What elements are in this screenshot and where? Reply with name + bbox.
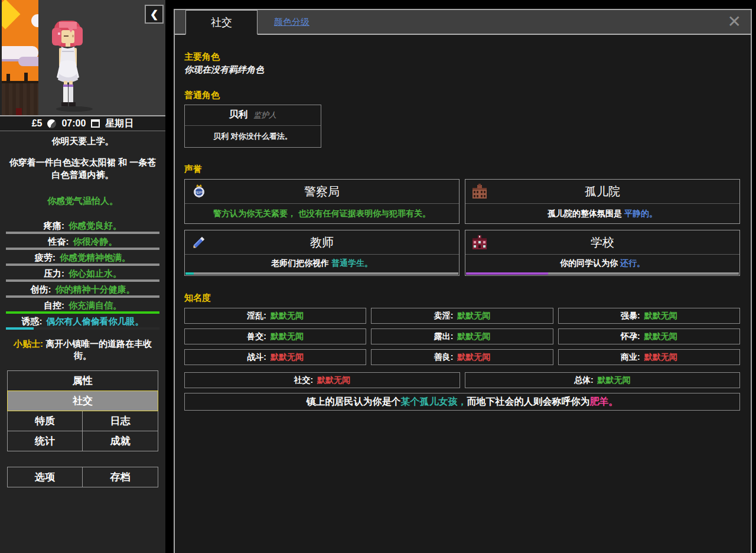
- status-bar: £5 07:00 星期日: [0, 115, 165, 131]
- sidebar: ❮ £5 07:00 星期日 你明天要上学。 你穿着一件白色连衣太阳裙 和 一条…: [0, 0, 165, 553]
- stat-trauma: 创伤:你的精神十分健康。: [6, 284, 159, 295]
- weekday-value: 星期日: [105, 118, 133, 130]
- stat-arousal: 性奋:你很冷静。: [6, 236, 159, 247]
- fame-value: 默默无闻: [644, 352, 677, 363]
- stat-pain: 疼痛:你感觉良好。: [6, 220, 159, 231]
- fame-prostitution: 卖淫:默默无闻: [371, 308, 553, 324]
- fame-label: 善良:: [434, 352, 454, 363]
- sun-icon: [2, 0, 20, 29]
- fame-value: 默默无闻: [457, 331, 490, 342]
- fame-value: 默默无闻: [457, 311, 490, 321]
- stat-label: 自控:: [44, 300, 64, 310]
- fame-summary: 镇上的居民认为你是个某个孤儿女孩，而地下社会的人则会称呼你为肥羊。: [184, 393, 740, 411]
- stat-allure: 诱惑:偶尔有人偷偷看你几眼。: [6, 315, 159, 327]
- stat-label: 压力:: [44, 268, 64, 278]
- color-grading-link[interactable]: 颜色分级: [274, 17, 309, 28]
- reputation-card-desc: 你的同学认为你 还行。: [465, 255, 739, 272]
- fame-value: 默默无闻: [271, 352, 304, 363]
- stat-list: 疼痛:你感觉良好。 性奋:你很冷静。 疲劳:你感觉精神饱满。 压力:你心如止水。…: [0, 220, 165, 330]
- summary-part: 肥羊。: [590, 396, 618, 408]
- npc-card-bailey[interactable]: 贝利 监护人 贝利 对你没什么看法。: [184, 105, 321, 148]
- message-temperature: 你感觉气温怡人。: [0, 195, 165, 207]
- fame-label: 商业:: [621, 352, 640, 363]
- nav-journal-button[interactable]: 日志: [82, 411, 158, 431]
- fame-label: 怀孕:: [621, 331, 640, 342]
- fame-wide-row: 社交:默默无闻 总体:默默无闻: [184, 372, 740, 388]
- stat-value: 你感觉精神饱满。: [60, 252, 131, 262]
- fame-value: 默默无闻: [644, 331, 677, 342]
- reputation-grid: EP 警察局 警方认为你无关紧要， 也没有任何证据表明你与犯罪有关。: [184, 179, 740, 276]
- npc-name: 贝利: [229, 109, 248, 119]
- fame-combat: 战斗:默默无闻: [184, 349, 366, 365]
- stat-value: 偶尔有人偷偷看你几眼。: [47, 316, 144, 326]
- character-sprite: [46, 17, 89, 110]
- location-art: [2, 0, 38, 115]
- fame-overall: 总体:默默无闻: [465, 372, 741, 388]
- svg-text:EP: EP: [197, 191, 201, 194]
- stat-label: 疼痛:: [44, 220, 64, 230]
- stat-bar-fatigue: [6, 264, 159, 266]
- stat-value: 你的精神十分健康。: [56, 284, 135, 294]
- fame-label: 总体:: [574, 375, 594, 386]
- reputation-card-desc: 警方认为你无关紧要， 也没有任何证据表明你与犯罪有关。: [185, 204, 459, 223]
- reputation-card-header: EP 警察局: [185, 180, 459, 204]
- fame-label: 社交:: [294, 375, 313, 386]
- desc-colored: 普通学生。: [331, 258, 373, 269]
- reputation-card-title: 警察局: [304, 184, 340, 200]
- fame-business: 商业:默默无闻: [558, 349, 740, 365]
- fame-label: 淫乱:: [247, 311, 266, 321]
- fame-value: 默默无闻: [317, 375, 350, 386]
- tab-social[interactable]: 社交: [185, 10, 258, 35]
- fame-value: 默默无闻: [271, 331, 304, 342]
- desc-colored: 警方认为你无关紧要， 也没有任何证据表明你与犯罪有关。: [213, 209, 431, 219]
- summary-part: 某个孤儿女孩，: [401, 396, 467, 408]
- message-school: 你明天要上学。: [0, 135, 165, 147]
- fame-value: 默默无闻: [598, 375, 631, 386]
- reputation-card-title: 孤儿院: [585, 184, 620, 200]
- fame-bestiality: 兽交:默默无闻: [184, 328, 366, 344]
- major-characters-empty: 你现在没有羁绊角色: [184, 64, 740, 76]
- desc-colored: 平静的。: [624, 209, 657, 219]
- fame-value: 默默无闻: [457, 352, 490, 363]
- reputation-card-desc: 孤儿院的整体氛围是 平静的。: [465, 204, 739, 223]
- tip-label: 小贴士:: [14, 339, 43, 349]
- time-value: 07:00: [61, 118, 86, 129]
- message-clothing: 你穿着一件白色连衣太阳裙 和 一条苍白色普通内裤。: [0, 157, 165, 181]
- reputation-card-police: EP 警察局 警方认为你无关紧要， 也没有任何证据表明你与犯罪有关。: [184, 179, 460, 224]
- fame-label: 卖淫:: [434, 311, 454, 321]
- orphanage-building-icon: [471, 183, 488, 200]
- nav-traits-button[interactable]: 特质: [7, 411, 83, 431]
- nav-options-button[interactable]: 选项: [7, 467, 83, 487]
- tip-body: 离开小镇唯一的道路在丰收街。: [45, 339, 152, 360]
- police-badge-icon: EP: [191, 183, 207, 200]
- school-reputation-bar: [466, 272, 739, 275]
- section-fame: 知名度: [184, 292, 740, 304]
- stat-value: 你很冷静。: [73, 236, 118, 246]
- stat-bar-pain: [6, 232, 159, 234]
- chimney: [24, 73, 28, 81]
- stat-value: 你感觉良好。: [69, 220, 122, 230]
- fame-kindness: 善良:默默无闻: [371, 349, 553, 365]
- reputation-card-title: 学校: [591, 235, 614, 251]
- nav-attributes-button[interactable]: 属性: [7, 370, 158, 391]
- npc-card-header: 贝利 监护人: [185, 105, 321, 126]
- sidebar-collapse-button[interactable]: ❮: [145, 5, 164, 24]
- nav-social-button[interactable]: 社交: [7, 391, 158, 411]
- fame-social: 社交:默默无闻: [184, 372, 460, 388]
- reputation-card-school: 学校 你的同学认为你 还行。: [465, 230, 740, 276]
- close-icon[interactable]: ✕: [728, 14, 741, 30]
- section-common-characters: 普通角色: [184, 90, 740, 101]
- nav-saves-button[interactable]: 存档: [82, 467, 158, 487]
- chimney: [6, 74, 10, 81]
- section-reputation: 声誉: [184, 164, 740, 175]
- nav-achievements-button[interactable]: 成就: [82, 431, 158, 451]
- panel-content: 主要角色 你现在没有羁绊角色 普通角色 贝利 监护人 贝利 对你没什么看法。 声…: [175, 35, 751, 411]
- nav-statistics-button[interactable]: 统计: [7, 431, 83, 451]
- summary-part: 而地下社会的人则会称呼你为: [467, 396, 590, 408]
- fame-rape: 强暴:默默无闻: [558, 308, 740, 324]
- money-value: £5: [32, 118, 43, 129]
- fame-pregnancy: 怀孕:默默无闻: [558, 328, 740, 344]
- fame-label: 战斗:: [247, 352, 266, 363]
- desc-plain: 老师们把你视作: [271, 258, 331, 269]
- fame-promiscuity: 淫乱:默默无闻: [184, 308, 366, 324]
